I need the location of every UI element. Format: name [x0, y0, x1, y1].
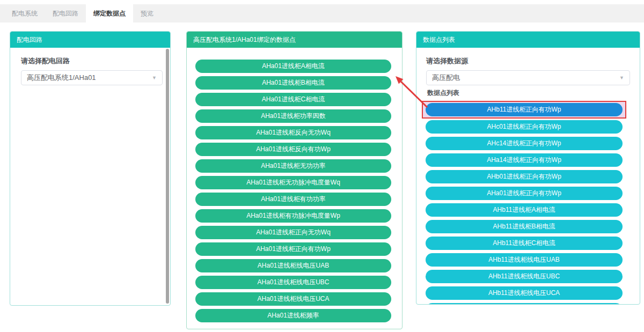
datasource-select-value: 高压配电 [432, 73, 460, 83]
main-content: 配电回路 请选择配电回路 高压配电系统1/AHa01 ▼ 高压配电系统1/AHa… [0, 23, 644, 332]
data-point-pill[interactable]: AHa01进线柜正向有功Wp [426, 187, 623, 200]
data-point-pill[interactable]: AHb11进线柜正向有功Wp [426, 103, 623, 116]
data-point-pill[interactable]: AHb11进线柜有功功率 [426, 303, 623, 305]
circuit-select-label: 请选择配电回路 [21, 56, 163, 66]
data-point-pill[interactable]: AHb11进线柜线电压UAB [426, 253, 623, 267]
bound-points-panel: 高压配电系统1/AHa01绑定的数据点 AHa01进线柜A相电流AHa01进线柜… [186, 31, 402, 329]
tab-preview[interactable]: 预览 [133, 4, 161, 23]
data-point-pill[interactable]: AHc14进线柜正向有功Wp [426, 137, 623, 150]
selected-data-point-highlight: AHb11进线柜正向有功Wp [422, 101, 626, 119]
data-point-pill[interactable]: AHa01进线柜有功脉冲电度量Wp [195, 209, 391, 223]
data-point-pill[interactable]: AHa01进线柜无功功率 [195, 159, 391, 173]
tab-distribution-circuit[interactable]: 配电回路 [45, 4, 86, 23]
circuit-panel-title: 配电回路 [10, 32, 170, 48]
chevron-down-icon: ▼ [619, 76, 624, 80]
data-point-pill[interactable]: AHa01进线柜反向有功Wp [195, 143, 391, 156]
data-point-pill[interactable]: AHa01进线柜无功脉冲电度量Wq [195, 176, 391, 189]
data-point-pill[interactable]: AHc01进线柜正向有功Wp [426, 120, 623, 134]
data-point-pill[interactable]: AHa01进线柜A相电流 [195, 60, 391, 73]
circuit-select-value: 高压配电系统1/AHa01 [27, 73, 96, 83]
data-point-pill[interactable]: AHb11进线柜B相电流 [426, 220, 623, 233]
tab-distribution-system[interactable]: 配电系统 [4, 4, 45, 23]
data-point-pill[interactable]: AHa01进线柜有功功率 [195, 193, 391, 206]
bound-points-panel-title: 高压配电系统1/AHa01绑定的数据点 [187, 32, 402, 48]
data-point-pill[interactable]: AHa01进线柜线电压UBC [195, 276, 391, 289]
data-point-pill[interactable]: AHa01进线柜正向有功Wp [195, 242, 391, 256]
tab-bind-data-points[interactable]: 绑定数据点 [86, 4, 133, 23]
data-point-pill[interactable]: AHb01进线柜正向有功Wp [426, 170, 623, 183]
data-point-pill[interactable]: AHb11进线柜A相电流 [426, 203, 623, 217]
bound-points-list: AHa01进线柜A相电流AHa01进线柜B相电流AHa01进线柜C相电流AHa0… [187, 48, 402, 322]
data-points-panel: 数据点列表 请选择数据源 高压配电 ▼ 数据点列表 AHb11进线柜正向有功Wp… [416, 31, 640, 305]
datasource-select-label: 请选择数据源 [426, 56, 630, 66]
data-points-list-label: 数据点列表 [427, 88, 630, 98]
data-point-pill[interactable]: AHa01进线柜线电压UAB [195, 259, 391, 272]
chevron-down-icon: ▼ [152, 76, 157, 80]
data-point-pill[interactable]: AHa01进线柜线电压UCA [195, 292, 391, 306]
data-point-pill[interactable]: AHa01进线柜反向无功Wq [195, 126, 391, 139]
data-point-pill[interactable]: AHa14进线柜正向有功Wp [426, 153, 623, 167]
data-point-pill[interactable]: AHa01进线柜C相电流 [195, 93, 391, 106]
circuit-panel: 配电回路 请选择配电回路 高压配电系统1/AHa01 ▼ [10, 31, 171, 306]
data-point-pill[interactable]: AHa01进线柜B相电流 [195, 76, 391, 90]
top-strip [0, 0, 644, 4]
data-point-pill[interactable]: AHa01进线柜频率 [195, 309, 391, 322]
tab-bar: 配电系统 配电回路 绑定数据点 预览 [0, 4, 644, 23]
data-point-pill[interactable]: AHa01进线柜功率因数 [195, 109, 391, 123]
datasource-select[interactable]: 高压配电 ▼ [426, 70, 630, 85]
circuit-select[interactable]: 高压配电系统1/AHa01 ▼ [21, 70, 163, 85]
data-point-pill[interactable]: AHa01进线柜正向无功Wq [195, 226, 391, 239]
data-points-panel-title: 数据点列表 [416, 32, 640, 48]
data-point-pill[interactable]: AHb11进线柜线电压UBC [426, 270, 623, 283]
data-points-list: AHb11进线柜正向有功WpAHc01进线柜正向有功WpAHc14进线柜正向有功… [416, 101, 640, 305]
data-point-pill[interactable]: AHb11进线柜C相电流 [426, 237, 623, 250]
data-point-pill[interactable]: AHb11进线柜线电压UCA [426, 286, 623, 300]
scrollbar-thumb[interactable] [166, 49, 169, 304]
